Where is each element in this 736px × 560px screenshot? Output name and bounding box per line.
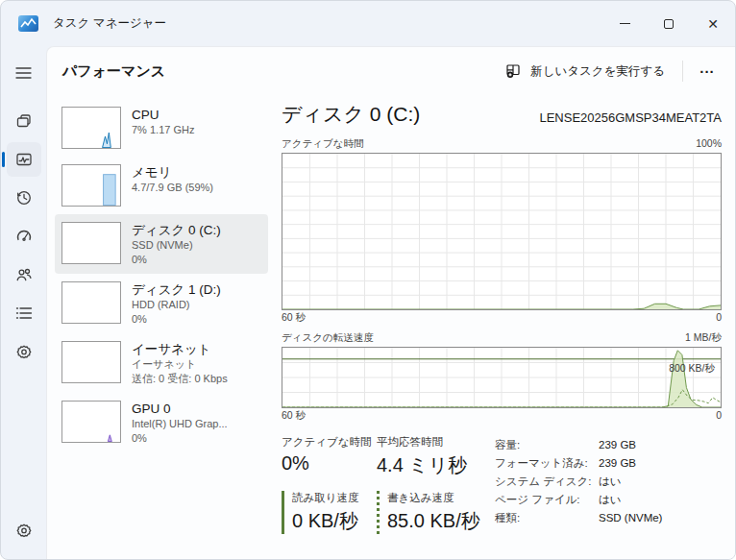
info-row: 種類: SSD (NVMe)	[495, 509, 662, 527]
new-task-icon	[505, 63, 522, 79]
maximize-icon	[664, 19, 674, 29]
perf-item-subtitle: 0%	[132, 431, 228, 446]
info-value: SSD (NVMe)	[599, 509, 662, 527]
task-manager-window: タスク マネージャー ✕	[0, 0, 736, 560]
disk-detail: ディスク 0 (C:) LENSE20256GMSP34MEAT2TA アクティ…	[268, 99, 724, 560]
header-divider	[682, 61, 683, 82]
stat-read-speed: 読み取り速度 0 KB/秒	[282, 491, 377, 534]
app-history-icon	[15, 189, 33, 207]
stat-value: 0 KB/秒	[292, 508, 377, 534]
perf-item-subtitle: 4.7/7.9 GB (59%)	[132, 181, 213, 195]
x-left-label: 60 秒	[282, 409, 306, 423]
stat-value: 4.4 ミリ秒	[377, 452, 479, 478]
stat-value: 0%	[282, 452, 377, 475]
stat-label: アクティブな時間	[282, 435, 377, 450]
nav-performance[interactable]	[7, 142, 41, 177]
active-time-chart-max: 100%	[696, 137, 722, 151]
perf-item-memory[interactable]: メモリ 4.7/7.9 GB (59%)	[55, 157, 268, 214]
disk-detail-header: ディスク 0 (C:) LENSE20256GMSP34MEAT2TA	[282, 101, 722, 128]
stat-active-time: アクティブな時間 0%	[282, 435, 377, 478]
disk-stats: アクティブな時間 0% 平均応答時間 4.4 ミリ秒 読み取り速度 0 KB/秒	[282, 435, 722, 560]
services-icon	[15, 343, 33, 360]
info-label: 種類:	[495, 509, 599, 527]
window-controls: ✕	[602, 1, 735, 46]
mini-graph-thumbnail	[61, 341, 121, 383]
selected-indicator	[2, 152, 5, 167]
settings-button[interactable]	[7, 513, 41, 548]
active-time-chart-header: アクティブな時間 100%	[282, 137, 722, 151]
run-new-task-button[interactable]: 新しいタスクを実行する	[496, 57, 675, 86]
x-left-label: 60 秒	[282, 311, 306, 325]
nav-processes[interactable]	[7, 104, 41, 138]
mini-graph-thumbnail	[61, 401, 121, 443]
transfer-rate-chart: 800 KB/秒	[282, 347, 722, 408]
transfer-rate-chart-max: 1 MB/秒	[685, 331, 722, 345]
perf-item-text: ディスク 1 (D:) HDD (RAID)0%	[132, 281, 221, 326]
mini-graph-thumbnail	[61, 281, 121, 324]
minimize-button[interactable]	[602, 1, 647, 46]
stat-label: 読み取り速度	[292, 491, 377, 505]
perf-item-subtitle: SSD (NVMe)	[132, 238, 221, 253]
mini-graph-thumbnail	[61, 107, 121, 149]
info-row: システム ディスク: はい	[495, 473, 662, 491]
nav-startup-apps[interactable]	[7, 219, 41, 254]
perf-item-text: イーサネット イーサネット送信: 0 受信: 0 Kbps	[132, 341, 228, 385]
nav-services[interactable]	[7, 334, 41, 369]
window-title: タスク マネージャー	[53, 15, 166, 32]
perf-item-subtitle: HDD (RAID)	[132, 298, 221, 312]
info-value: はい	[599, 491, 622, 509]
app-icon	[18, 15, 38, 32]
perf-item-disk0[interactable]: ディスク 0 (C:) SSD (NVMe)0%	[55, 214, 268, 274]
maximize-button[interactable]	[647, 1, 691, 46]
more-options-button[interactable]: ...	[691, 57, 724, 85]
info-label: システム ディスク:	[495, 473, 599, 491]
perf-item-text: メモリ 4.7/7.9 GB (59%)	[132, 164, 213, 195]
x-right-label: 0	[716, 409, 722, 423]
perf-item-ethernet[interactable]: イーサネット イーサネット送信: 0 受信: 0 Kbps	[55, 333, 268, 393]
stat-label: 書き込み速度	[387, 491, 479, 505]
x-right-label: 0	[716, 311, 722, 325]
info-value: 239 GB	[599, 454, 636, 473]
nav-app-history[interactable]	[7, 181, 41, 215]
disk-stats-values: アクティブな時間 0% 平均応答時間 4.4 ミリ秒 読み取り速度 0 KB/秒	[282, 435, 479, 560]
perf-item-gpu0[interactable]: GPU 0 Intel(R) UHD Grap...0%	[55, 393, 268, 452]
stat-value: 85.0 KB/秒	[387, 508, 479, 534]
disk-model: LENSE20256GMSP34MEAT2TA	[539, 110, 722, 128]
perf-item-subtitle: 0%	[132, 253, 221, 267]
info-label: フォーマット済み:	[495, 454, 599, 473]
perf-item-title: メモリ	[132, 164, 213, 181]
perf-item-title: GPU 0	[132, 401, 228, 417]
perf-item-title: ディスク 1 (D:)	[132, 281, 221, 298]
nav-users[interactable]	[7, 257, 41, 292]
content-header: パフォーマンス 新しいタスクを実行する ...	[47, 47, 735, 91]
perf-item-disk1[interactable]: ディスク 1 (D:) HDD (RAID)0%	[55, 274, 268, 333]
run-new-task-label: 新しいタスクを実行する	[530, 63, 665, 80]
close-button[interactable]: ✕	[691, 1, 735, 46]
transfer-rate-chart-title: ディスクの転送速度	[282, 331, 374, 345]
transfer-rate-chart-footer: 60 秒 0	[282, 409, 722, 423]
perf-item-subtitle: 7% 1.17 GHz	[132, 123, 194, 137]
mini-graph-thumbnail	[61, 222, 121, 264]
info-label: ページ ファイル:	[495, 491, 599, 509]
info-value: はい	[599, 473, 622, 491]
header-actions: 新しいタスクを実行する ...	[496, 57, 724, 86]
perf-item-subtitle: Intel(R) UHD Grap...	[132, 417, 228, 431]
titlebar: タスク マネージャー ✕	[1, 1, 735, 46]
perf-item-title: ディスク 0 (C:)	[132, 222, 221, 238]
page-title: パフォーマンス	[62, 62, 165, 81]
close-icon: ✕	[707, 17, 719, 31]
startup-apps-icon	[15, 228, 33, 245]
disk-title: ディスク 0 (C:)	[282, 101, 420, 128]
svg-text:800 KB/秒: 800 KB/秒	[669, 362, 715, 374]
perf-item-text: GPU 0 Intel(R) UHD Grap...0%	[132, 401, 228, 445]
perf-item-cpu[interactable]: CPU 7% 1.17 GHz	[55, 99, 268, 157]
perf-item-title: イーサネット	[132, 341, 228, 357]
perf-item-subtitle: イーサネット	[132, 357, 228, 372]
menu-button[interactable]	[7, 56, 41, 90]
nav-details[interactable]	[7, 296, 41, 330]
info-row: フォーマット済み: 239 GB	[495, 454, 662, 473]
perf-item-subtitle: 送信: 0 受信: 0 Kbps	[132, 372, 228, 386]
mini-graph-thumbnail	[61, 164, 121, 207]
more-options-icon: ...	[699, 60, 715, 76]
stat-avg-response: 平均応答時間 4.4 ミリ秒	[377, 435, 479, 478]
